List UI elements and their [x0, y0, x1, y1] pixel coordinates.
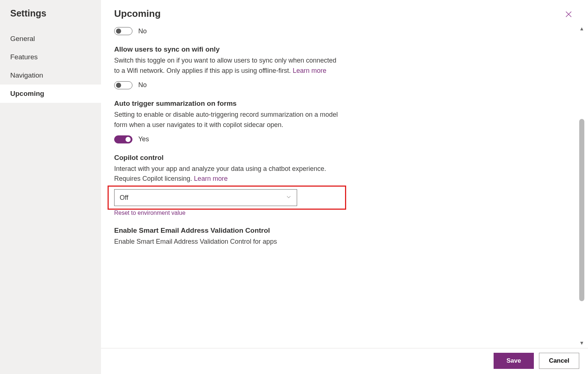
setting-copilot-title: Copilot control [114, 154, 341, 162]
toggle-auto-summarize-label: Yes [138, 135, 149, 143]
setting-wifi-sync-title: Allow users to sync on wifi only [114, 45, 341, 53]
copilot-dropdown-value: Off [120, 194, 128, 202]
setting-auto-summarize: Auto trigger summarization on forms Sett… [114, 100, 341, 143]
setting-smart-email: Enable Smart Email Address Validation Co… [114, 227, 341, 247]
setting-wifi-sync: Allow users to sync on wifi only Switch … [114, 45, 341, 89]
footer: Save Cancel [101, 348, 588, 374]
toggle-wifi-sync[interactable] [114, 81, 132, 89]
cancel-button[interactable]: Cancel [539, 353, 579, 369]
toggle-auto-summarize[interactable] [114, 135, 132, 143]
setting-smart-email-title: Enable Smart Email Address Validation Co… [114, 227, 341, 235]
sidebar-item-navigation[interactable]: Navigation [0, 66, 101, 85]
scroll-track[interactable] [579, 34, 584, 338]
setting-unknown-toggle: No [114, 27, 341, 35]
scrollbar: ▲ ▼ [576, 24, 588, 348]
setting-copilot-desc: Interact with your app and analyze your … [114, 164, 341, 184]
scroll-up-icon[interactable]: ▲ [579, 26, 584, 31]
save-button[interactable]: Save [494, 353, 534, 369]
setting-wifi-sync-desc: Switch this toggle on if you want to all… [114, 56, 341, 76]
page-title: Upcoming [114, 8, 161, 19]
close-icon [565, 10, 573, 18]
chevron-down-icon [286, 194, 292, 202]
sidebar-title: Settings [0, 8, 101, 30]
learn-more-copilot[interactable]: Learn more [194, 175, 228, 182]
setting-auto-summarize-desc: Setting to enable or disable auto-trigge… [114, 110, 341, 130]
toggle-unknown[interactable] [114, 27, 132, 35]
sidebar-item-upcoming[interactable]: Upcoming [0, 85, 101, 103]
settings-sidebar: Settings General Features Navigation Upc… [0, 0, 101, 374]
copilot-control-dropdown[interactable]: Off [114, 189, 297, 206]
toggle-wifi-sync-label: No [138, 81, 147, 89]
sidebar-item-features[interactable]: Features [0, 48, 101, 66]
scroll-thumb[interactable] [579, 119, 584, 302]
setting-copilot-control: Copilot control Interact with your app a… [114, 154, 341, 217]
sidebar-item-general[interactable]: General [0, 30, 101, 48]
main-panel: Upcoming No Allow users to sync on wifi … [101, 0, 588, 374]
scroll-down-icon[interactable]: ▼ [579, 340, 584, 346]
setting-auto-summarize-title: Auto trigger summarization on forms [114, 100, 341, 108]
close-button[interactable] [562, 8, 575, 20]
settings-content: No Allow users to sync on wifi only Swit… [101, 24, 576, 348]
setting-smart-email-desc: Enable Smart Email Address Validation Co… [114, 237, 341, 247]
toggle-unknown-label: No [138, 27, 147, 35]
reset-to-environment-link[interactable]: Reset to environment value [114, 210, 341, 216]
learn-more-wifi[interactable]: Learn more [293, 67, 326, 74]
